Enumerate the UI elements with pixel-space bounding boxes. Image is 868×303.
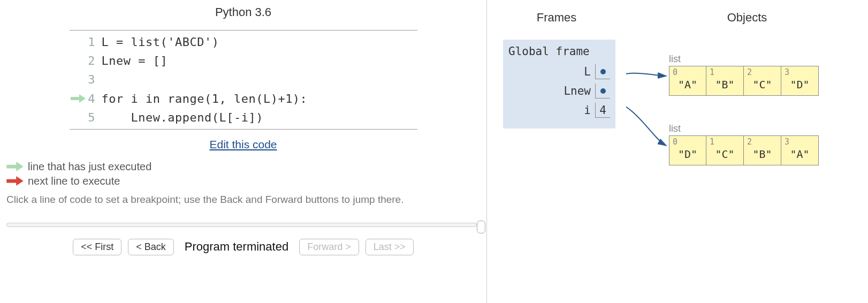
edit-code-link[interactable]: Edit this code <box>6 138 480 151</box>
var-value-box <box>595 64 610 79</box>
legend-just-executed: line that has just executed <box>6 161 480 173</box>
cell-index: 1 <box>710 137 714 147</box>
cell-index: 3 <box>785 67 789 77</box>
slider-track <box>6 223 477 227</box>
back-button[interactable]: < Back <box>128 239 174 255</box>
next-line-arrow-icon <box>6 176 24 186</box>
var-value-box: 4 <box>595 103 610 118</box>
pointer-arrow-icon <box>626 99 666 146</box>
pointer-dot-icon <box>600 88 606 94</box>
first-button[interactable]: << First <box>73 239 121 255</box>
list-cells: 0"D" 1"C" 2"B" 3"A" <box>669 135 819 165</box>
language-title: Python 3.6 <box>6 5 480 19</box>
pointer-arrows <box>626 11 867 225</box>
list-cell: 3"A" <box>781 135 819 165</box>
code-line[interactable]: 4 for i in range(1, len(L)+1): <box>70 89 417 108</box>
frame-title: Global frame <box>508 45 610 58</box>
code-text: for i in range(1, len(L)+1): <box>102 89 308 108</box>
var-row: L <box>508 64 610 79</box>
list-cell: 0"D" <box>669 135 706 165</box>
code-block: 1 L = list('ABCD') 2 Lnew = [] 3 4 for i… <box>70 30 417 130</box>
line-number: 5 <box>86 108 102 127</box>
line-number: 2 <box>86 51 102 70</box>
list-cell: 2"B" <box>744 135 781 165</box>
pointer-arrow-icon <box>626 73 666 79</box>
cell-index: 2 <box>747 137 752 147</box>
var-row: i 4 <box>508 103 610 118</box>
cell-index: 0 <box>673 67 677 77</box>
cell-index: 0 <box>673 137 677 147</box>
list-cells: 0"A" 1"B" 2"C" 3"D" <box>669 66 819 96</box>
controls: << First < Back Program terminated Forwa… <box>6 239 480 255</box>
pointer-dot-icon <box>600 69 606 74</box>
code-panel: Python 3.6 1 L = list('ABCD') 2 Lnew = [… <box>0 0 487 303</box>
list-cell: 2"C" <box>744 66 781 96</box>
frames-column: Frames Global frame L Lnew i 4 <box>487 11 626 303</box>
list-cell: 1"B" <box>706 66 744 96</box>
list-cell: 3"D" <box>781 66 819 96</box>
code-text: Lnew = [] <box>102 51 168 70</box>
breakpoint-hint: Click a line of code to set a breakpoint… <box>6 194 480 206</box>
var-row: Lnew <box>508 84 610 99</box>
just-executed-arrow-icon <box>71 94 86 103</box>
list-cell: 0"A" <box>669 66 706 96</box>
slider-thumb[interactable] <box>477 221 485 233</box>
code-line[interactable]: 2 Lnew = [] <box>70 51 417 70</box>
object-type-label: list <box>669 54 819 65</box>
code-text: Lnew.append(L[-i]) <box>102 108 263 127</box>
line-number: 1 <box>86 33 102 51</box>
legend: line that has just executed next line to… <box>6 161 480 187</box>
code-line[interactable]: 5 Lnew.append(L[-i]) <box>70 108 417 127</box>
legend-label: line that has just executed <box>28 161 151 173</box>
forward-button[interactable]: Forward > <box>299 239 359 255</box>
last-button[interactable]: Last >> <box>366 239 414 255</box>
object-type-label: list <box>669 123 819 134</box>
status-text: Program terminated <box>180 240 293 254</box>
step-slider[interactable] <box>6 221 485 230</box>
frames-header: Frames <box>487 11 626 25</box>
legend-next: next line to execute <box>6 175 480 187</box>
line-number: 3 <box>86 70 102 89</box>
viz-panel: Frames Global frame L Lnew i 4 Objects <box>487 0 868 303</box>
objects-header: Objects <box>626 11 868 25</box>
var-name: L <box>584 65 591 78</box>
exec-arrow-slot <box>70 89 86 108</box>
line-number: 4 <box>86 89 102 108</box>
objects-column: Objects list 0"A" 1"B" 2"C" 3"D" list 0"… <box>626 11 868 303</box>
var-name: i <box>584 104 591 117</box>
code-line[interactable]: 1 L = list('ABCD') <box>70 33 417 51</box>
cell-index: 3 <box>785 137 789 147</box>
object-list: list 0"D" 1"C" 2"B" 3"A" <box>669 123 819 165</box>
legend-label: next line to execute <box>28 175 120 187</box>
cell-index: 1 <box>710 67 714 77</box>
cell-index: 2 <box>747 67 752 77</box>
var-value-box <box>595 84 610 99</box>
just-executed-arrow-icon <box>6 162 24 171</box>
code-line[interactable]: 3 <box>70 70 417 89</box>
global-frame: Global frame L Lnew i 4 <box>503 40 615 128</box>
code-text: L = list('ABCD') <box>102 33 219 51</box>
list-cell: 1"C" <box>706 135 744 165</box>
object-list: list 0"A" 1"B" 2"C" 3"D" <box>669 54 819 96</box>
var-name: Lnew <box>564 85 591 97</box>
